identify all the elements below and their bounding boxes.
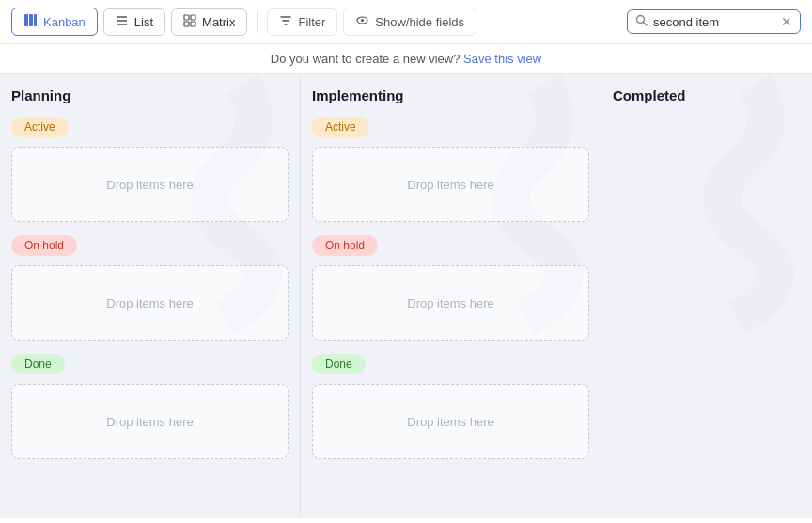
column-completed: Completed xyxy=(601,74,812,518)
toolbar: Kanban List Matrix xyxy=(0,0,812,44)
implementing-done-dropzone[interactable]: Drop items here xyxy=(312,384,589,459)
svg-rect-6 xyxy=(184,15,189,20)
search-box: ✕ xyxy=(627,9,801,34)
filter-icon xyxy=(279,14,292,30)
search-icon xyxy=(635,14,648,29)
matrix-view-button[interactable]: Matrix xyxy=(171,8,247,36)
implementing-column-title: Implementing xyxy=(312,87,589,103)
implementing-active-drop-text: Drop items here xyxy=(407,178,493,192)
clear-search-icon[interactable]: ✕ xyxy=(781,15,792,28)
eye-icon xyxy=(355,13,369,30)
list-view-button[interactable]: List xyxy=(103,8,165,36)
implementing-done-badge: Done xyxy=(312,354,366,374)
list-label: List xyxy=(134,15,153,29)
svg-rect-9 xyxy=(191,22,195,26)
svg-line-13 xyxy=(644,23,648,26)
planning-onhold-badge: On hold xyxy=(11,235,77,256)
svg-rect-7 xyxy=(191,15,195,20)
svg-rect-2 xyxy=(34,14,37,26)
filter-label: Filter xyxy=(298,15,325,29)
save-view-banner: Do you want to create a new view? Save t… xyxy=(0,44,812,74)
planning-done-badge: Done xyxy=(11,354,65,374)
matrix-icon xyxy=(183,14,196,30)
search-input[interactable] xyxy=(653,15,775,29)
svg-rect-8 xyxy=(184,22,189,26)
svg-rect-1 xyxy=(29,14,33,26)
planning-active-badge: Active xyxy=(11,117,69,137)
svg-point-11 xyxy=(361,19,364,22)
implementing-done-drop-text: Drop items here xyxy=(407,415,493,429)
save-view-link[interactable]: Save this view xyxy=(463,52,541,66)
kanban-label: Kanban xyxy=(43,15,86,29)
filter-button[interactable]: Filter xyxy=(267,8,337,36)
planning-onhold-drop-text: Drop items here xyxy=(106,296,193,310)
toolbar-separator xyxy=(257,10,258,33)
column-implementing: Implementing Active Drop items here On h… xyxy=(301,74,601,518)
banner-text: Do you want to create a new view? xyxy=(271,52,461,66)
show-hide-button[interactable]: Show/hide fields xyxy=(343,8,476,36)
planning-done-dropzone[interactable]: Drop items here xyxy=(11,384,289,459)
implementing-active-dropzone[interactable]: Drop items here xyxy=(312,147,589,222)
kanban-board: Planning Active Drop items here On hold … xyxy=(0,74,812,518)
planning-active-drop-text: Drop items here xyxy=(106,178,193,192)
implementing-onhold-drop-text: Drop items here xyxy=(407,296,493,310)
planning-column-title: Planning xyxy=(11,87,289,103)
column-planning: Planning Active Drop items here On hold … xyxy=(0,74,301,518)
list-icon xyxy=(116,14,129,30)
kanban-icon xyxy=(23,13,38,30)
planning-onhold-dropzone[interactable]: Drop items here xyxy=(11,265,289,341)
implementing-onhold-badge: On hold xyxy=(312,235,378,256)
matrix-label: Matrix xyxy=(202,15,235,29)
planning-active-dropzone[interactable]: Drop items here xyxy=(11,147,289,222)
planning-done-drop-text: Drop items here xyxy=(106,415,193,429)
implementing-active-badge: Active xyxy=(312,117,369,137)
completed-column-title: Completed xyxy=(613,87,801,103)
implementing-onhold-dropzone[interactable]: Drop items here xyxy=(312,265,589,341)
kanban-view-button[interactable]: Kanban xyxy=(11,8,98,36)
svg-rect-0 xyxy=(24,14,28,26)
show-hide-label: Show/hide fields xyxy=(375,15,464,29)
